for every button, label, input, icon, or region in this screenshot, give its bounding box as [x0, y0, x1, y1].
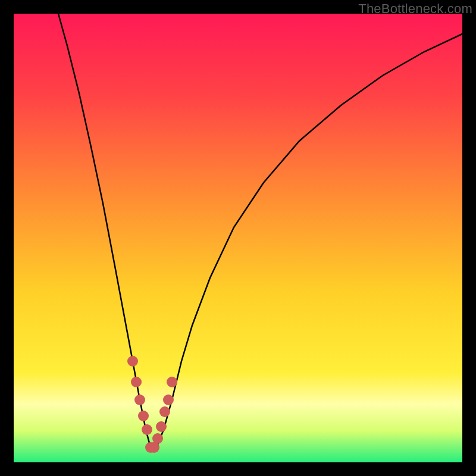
highlight-marker [156, 421, 167, 432]
highlight-marker [167, 377, 177, 387]
chart-svg [14, 14, 462, 462]
highlight-marker [142, 424, 152, 435]
chart-gradient-bg [14, 14, 462, 462]
highlight-marker [163, 394, 174, 405]
chart-frame [14, 14, 462, 462]
highlight-marker [134, 394, 145, 405]
highlight-marker [127, 356, 138, 367]
highlight-marker [159, 406, 170, 417]
highlight-marker [152, 433, 163, 444]
highlight-marker [131, 377, 142, 387]
highlight-marker [138, 411, 149, 421]
